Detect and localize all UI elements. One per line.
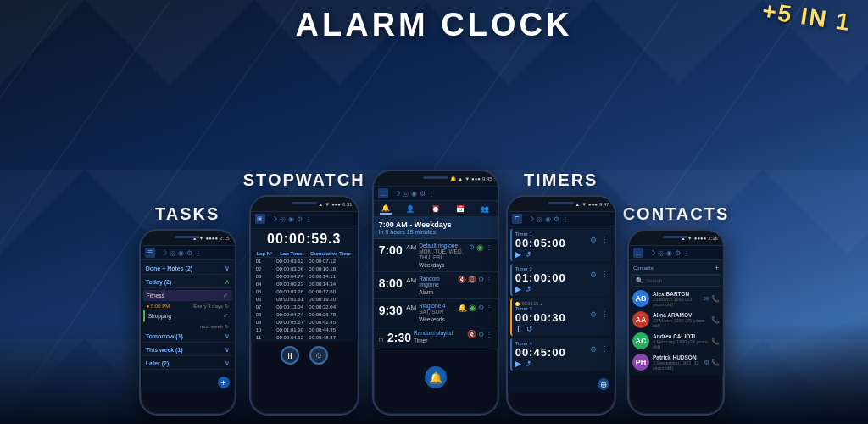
alarm3-more[interactable]: ⋮ — [486, 304, 492, 311]
contact-alex[interactable]: AB Alex BARTON 23 March 1990 (23 years o… — [631, 288, 721, 310]
patrick-call[interactable]: 📞 — [711, 359, 720, 366]
search-icon: 🔍 — [636, 277, 643, 284]
chevron-down-icon[interactable]: ∨ — [225, 332, 230, 340]
alarm-nav-tabs: 🔔 👤 ⏰ 📅 👥 — [374, 201, 498, 217]
timer-item-1: Timer 1 00:05:00 ⚙ ⋮ ▶ ↺ — [510, 229, 612, 261]
chevron-icon-week[interactable]: ∨ — [225, 346, 230, 354]
lap-button[interactable]: ⏱ — [309, 346, 328, 365]
lap-table: Lap N° Lap Time Cumulative Time 0100:00:… — [254, 250, 354, 342]
more-icon[interactable]: ⋮ — [195, 249, 202, 257]
timer4-more[interactable]: ⋮ — [601, 345, 609, 354]
timer4-reset[interactable]: ↺ — [525, 360, 531, 368]
timer3-pause[interactable]: ⏸ — [515, 325, 523, 333]
contacts-section: CONTACTS ▲▼●●●● 2:16 … ☽ ◎ ◉ ⚙ — [623, 204, 730, 416]
add-timer-button[interactable]: ⊕ — [598, 378, 609, 390]
add-alarm-button[interactable]: 🔔 — [425, 366, 447, 388]
timer-more[interactable]: ⋮ — [486, 331, 492, 338]
alarm3-toggle[interactable]: ◉ — [469, 303, 476, 312]
alex-email[interactable]: ✉ — [704, 295, 709, 303]
patrick-settings[interactable]: ⚙ — [704, 359, 709, 366]
cnt-menu-icon[interactable]: … — [633, 248, 643, 258]
add-contact-button[interactable]: + — [715, 264, 719, 272]
contact-andrea[interactable]: AC Andrea CALIOTI 4 February 1990 (24 ye… — [631, 331, 721, 352]
andrea-avatar: AC — [632, 332, 649, 349]
tab-contact[interactable]: 👤 — [404, 203, 416, 215]
sw-menu-icon[interactable]: ▣ — [255, 214, 265, 224]
contact-patrick[interactable]: PH Patrick HUDSON 3 September 1982 (32 y… — [631, 352, 721, 373]
tmr-globe-icon: ◎ — [537, 215, 542, 223]
add-task-button[interactable]: + — [218, 377, 230, 388]
chevron-icon-later[interactable]: ∨ — [225, 360, 230, 367]
tmr-more-icon[interactable]: ⋮ — [562, 215, 569, 223]
fitness-check: ✓ — [223, 292, 229, 299]
tab-clock[interactable]: ⏰ — [430, 203, 442, 215]
lap-row: 1000:01:01.9000:00:44.35 — [254, 326, 354, 334]
sw-head-icon: ◉ — [288, 215, 294, 223]
tmr-head-icon: ◉ — [545, 215, 551, 223]
check-icon[interactable]: ∧ — [225, 278, 230, 286]
lap-row: 0800:00:04.7400:00:36.78 — [254, 311, 354, 319]
stopwatch-controls: ⏸ ⏱ — [251, 342, 358, 369]
badge-5in1: +5 IN 1 — [760, 0, 852, 36]
alarm-menu-icon[interactable]: … — [378, 188, 388, 198]
alarm1-more[interactable]: ⋮ — [486, 243, 492, 251]
alarm2-more[interactable]: ⋮ — [486, 276, 492, 283]
tasks-content: Done + Notes (2) ∨ Today (2) ∧ Fitness ✓ — [141, 260, 235, 374]
timer-settings[interactable]: ⚙ — [478, 331, 484, 338]
alarm-head-icon: ◉ — [411, 190, 417, 198]
lap-row: 1100:00:04.1200:00:48.47 — [254, 334, 354, 342]
timer1-more[interactable]: ⋮ — [601, 236, 609, 244]
contacts-content: Contacts + 🔍 Search AB Alex BARTON — [629, 260, 723, 375]
task-item-fitness: Fitness ✓ — [143, 290, 232, 302]
alarm-banner: Skip 7:00 AM - Weekdays In 9 hours 15 mi… — [374, 217, 498, 239]
alina-call[interactable]: 📞 — [711, 316, 720, 324]
timer-item-2: Timer 2 01:00:00 ⚙ ⋮ ▶ ↺ — [510, 264, 612, 296]
alarm2-settings[interactable]: ⚙ — [478, 276, 484, 283]
contacts-phone: ▲▼●●●● 2:16 … ☽ ◎ ◉ ⚙ ⋮ Co — [627, 229, 725, 416]
timer3-settings[interactable]: ⚙ — [590, 310, 597, 319]
stopwatch-section: STOPWATCH ▲▼●●● 6:31 ▣ ☽ ◎ ◉ ⚙ — [243, 170, 365, 416]
andrea-call[interactable]: 📞 — [711, 338, 720, 345]
timer4-play[interactable]: ▶ — [515, 360, 521, 368]
timer3-more[interactable]: ⋮ — [601, 310, 609, 319]
cnt-more-icon[interactable]: ⋮ — [683, 249, 690, 257]
cnt-settings-icon: ⚙ — [675, 249, 681, 257]
timer3-reset[interactable]: ↺ — [526, 325, 533, 333]
timer1-reset[interactable]: ↺ — [525, 250, 531, 259]
tab-person[interactable]: 👥 — [479, 203, 491, 215]
stopwatch-label: STOPWATCH — [243, 170, 365, 190]
timer4-settings[interactable]: ⚙ — [590, 345, 597, 354]
tab-calendar[interactable]: 📅 — [454, 203, 466, 215]
timer2-more[interactable]: ⋮ — [601, 271, 609, 279]
tmr-share-icon[interactable]: ⊏ — [512, 214, 522, 224]
pause-button[interactable]: ⏸ — [281, 346, 299, 365]
timer-item-3: 00:00:15 ▲ Timer 3 00:00:30 ⚙ ⋮ — [510, 298, 612, 336]
stopwatch-phone: ▲▼●●● 6:31 ▣ ☽ ◎ ◉ ⚙ ⋮ 00:00:59.3 — [249, 195, 359, 416]
cnt-moon-icon: ☽ — [649, 249, 655, 257]
contact-alina[interactable]: AA Alina ARAMOV 23 March 1990 (25 years … — [631, 310, 721, 331]
menu-icon[interactable]: ☰ — [145, 248, 155, 258]
task-group-tomorrow: Tomorrow (1) ∨ — [143, 331, 232, 343]
patrick-avatar: PH — [632, 354, 649, 371]
alex-call[interactable]: 📞 — [711, 295, 720, 303]
sw-moon-icon: ☽ — [271, 215, 277, 223]
alarm-more-icon[interactable]: ⋮ — [428, 190, 435, 198]
alarm1-toggle[interactable]: ◉ — [476, 243, 484, 252]
alarm3-settings[interactable]: ⚙ — [478, 304, 484, 311]
timer1-settings[interactable]: ⚙ — [590, 236, 597, 244]
timer2-settings[interactable]: ⚙ — [590, 271, 597, 279]
tab-alarm[interactable]: 🔔 — [380, 203, 392, 215]
timer1-play[interactable]: ▶ — [515, 250, 521, 259]
timer2-reset[interactable]: ↺ — [525, 285, 531, 293]
chevron-icon[interactable]: ∨ — [225, 265, 230, 272]
tasks-phone: ▲▼ ●●●● 2:15 ☰ ☽ ◎ ◉ ⚙ ⋮ — [139, 229, 236, 416]
search-bar[interactable]: 🔍 Search — [631, 275, 721, 287]
alarm-moon-icon: ☽ — [394, 190, 400, 198]
alarm-globe-icon: ◎ — [403, 190, 409, 198]
tmr-moon-icon: ☽ — [528, 215, 534, 223]
alarm2-no-sound: 🔇 — [458, 276, 466, 283]
alarm1-settings[interactable]: ⚙ — [469, 243, 475, 251]
timer2-play[interactable]: ▶ — [515, 285, 521, 293]
sw-more-icon[interactable]: ⋮ — [305, 215, 312, 223]
alarm-phone: 🔔▲▼●●● 9:45 … ☽ ◎ ◉ ⚙ ⋮ 🔔 � — [372, 170, 499, 416]
